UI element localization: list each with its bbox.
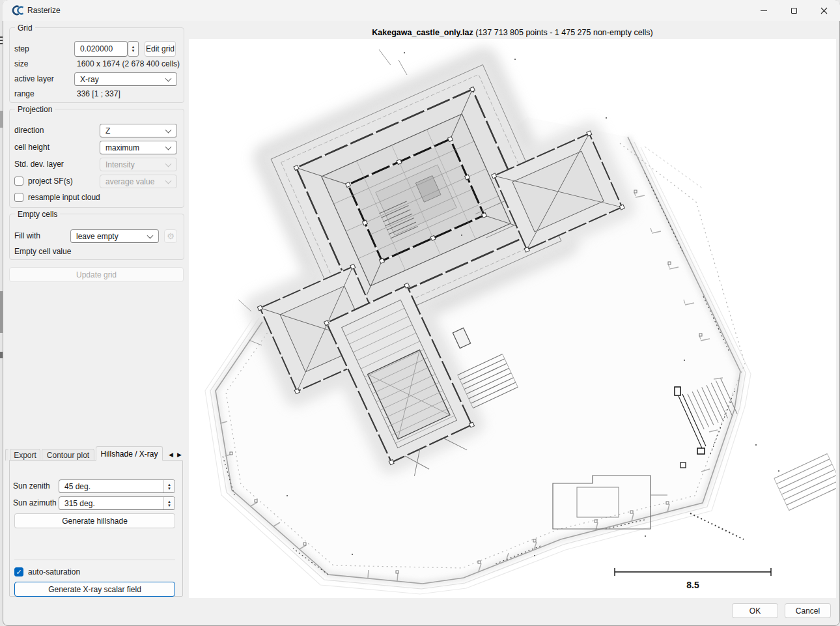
size-value: 1600 x 1674 (2 678 400 cells)	[77, 59, 180, 69]
size-label: size	[14, 59, 28, 69]
sun-azimuth-label: Sun azimuth	[13, 496, 57, 510]
step-spinbox[interactable]: 0.020000	[74, 41, 128, 57]
cell-height-label: cell height	[14, 141, 49, 154]
title-bar: Rasterize	[3, 0, 840, 21]
generate-hillshade-button[interactable]: Generate hillshade	[14, 513, 175, 528]
projection-group-label: Projection	[15, 105, 55, 114]
tab-next-icon: ▶	[177, 451, 182, 458]
chevron-down-icon	[147, 232, 154, 238]
tab-prev-icon: ◀	[169, 451, 173, 458]
viewer-title-info: (137 713 805 points - 1 475 275 non-empt…	[473, 28, 653, 37]
sun-zenith-spinbox[interactable]: 45 deg. ▲ ▼	[59, 479, 175, 493]
update-grid-button: Update grid	[9, 267, 184, 282]
viewer-title-filename: Kakegawa_castle_only.laz	[372, 28, 473, 37]
sun-azimuth-spin-buttons[interactable]: ▲ ▼	[163, 497, 175, 509]
grid-group-label: Grid	[15, 23, 35, 33]
tab-contour-plot[interactable]: Contour plot	[42, 449, 94, 461]
spin-down-icon[interactable]: ▼	[167, 504, 171, 507]
project-sf-checkbox[interactable]	[14, 177, 23, 186]
tab-scroll-left-button[interactable]: ◀	[167, 449, 175, 461]
std-dev-layer-combo: Intensity	[100, 158, 177, 171]
cancel-button[interactable]: Cancel	[785, 603, 831, 618]
resample-label: resample input cloud	[28, 191, 100, 205]
stairs-bottom-right	[774, 454, 836, 511]
tab-clipped-sliver	[5, 449, 8, 461]
tab-export[interactable]: Export	[10, 449, 40, 461]
fill-with-label: Fill with	[14, 229, 40, 243]
chevron-down-icon	[165, 160, 172, 167]
point-cloud-render: 8.5	[189, 39, 836, 598]
generate-xray-button[interactable]: Generate X-ray scalar field	[14, 582, 175, 597]
chevron-down-icon	[165, 126, 172, 133]
interpolation-settings-button: ⚙	[164, 229, 177, 243]
project-sf-combo: average value	[100, 175, 177, 188]
spin-down-icon[interactable]: ▼	[132, 49, 135, 53]
maximize-icon	[791, 8, 797, 14]
chevron-down-icon	[165, 143, 172, 150]
sun-zenith-label: Sun zenith	[13, 479, 50, 493]
empty-cells-group-label: Empty cells	[15, 210, 60, 219]
minimize-icon	[761, 10, 767, 11]
scale-bar-label: 8.5	[686, 580, 699, 590]
cell-height-combo[interactable]: maximum	[100, 141, 177, 154]
spin-down-icon[interactable]: ▼	[167, 487, 171, 491]
auto-saturation-checkbox[interactable]: ✓	[14, 567, 23, 576]
viewer-title: Kakegawa_castle_only.laz (137 713 805 po…	[189, 28, 836, 38]
active-layer-label: active layer	[14, 72, 54, 86]
sun-azimuth-spinbox[interactable]: 315 deg. ▲ ▼	[59, 496, 175, 510]
pane-separator	[14, 560, 175, 560]
sun-zenith-spin-buttons[interactable]: ▲ ▼	[163, 480, 175, 492]
active-layer-combo[interactable]: X-ray	[74, 72, 177, 86]
window-title: Rasterize	[27, 6, 61, 15]
empty-cell-value-label: Empty cell value	[14, 246, 71, 257]
resample-checkbox[interactable]	[14, 193, 23, 202]
check-icon: ✓	[16, 569, 21, 576]
gear-icon: ⚙	[167, 231, 175, 241]
project-sf-label: project SF(s)	[28, 175, 73, 188]
step-spin-buttons[interactable]: ▲ ▼	[128, 41, 139, 57]
close-icon	[820, 7, 828, 14]
cloudcompare-logo-icon	[10, 5, 25, 16]
close-button[interactable]	[809, 0, 839, 21]
range-value: 336 [1 ; 337]	[77, 88, 120, 100]
direction-label: direction	[14, 124, 44, 137]
chevron-down-icon	[165, 177, 172, 184]
tab-scroll-right-button[interactable]: ▶	[175, 449, 184, 461]
edit-grid-button[interactable]: Edit grid	[145, 41, 176, 57]
chevron-down-icon	[165, 75, 172, 81]
std-dev-layer-label: Std. dev. layer	[14, 158, 64, 171]
step-label: step	[14, 41, 29, 57]
step-value: 0.020000	[80, 44, 113, 53]
maximize-button[interactable]	[779, 0, 809, 21]
range-label: range	[14, 88, 35, 100]
auto-saturation-label: auto-saturation	[28, 566, 80, 578]
scale-bar: 8.5	[615, 568, 771, 590]
raster-preview-canvas[interactable]: 8.5	[189, 39, 836, 598]
direction-combo[interactable]: Z	[100, 124, 177, 137]
fill-with-combo[interactable]: leave empty	[70, 229, 159, 243]
rasterize-dialog-screenshot: Rasterize Grid step 0.020000 ▲ ▼ Edit gr…	[0, 0, 840, 626]
minimize-button[interactable]	[749, 0, 779, 21]
tab-hillshade-xray[interactable]: Hillshade / X-ray	[96, 446, 163, 461]
ok-button[interactable]: OK	[732, 603, 778, 618]
